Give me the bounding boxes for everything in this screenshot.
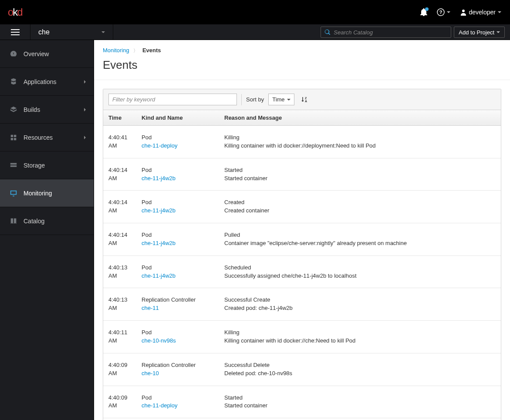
event-kind: Pod [142, 198, 219, 207]
event-resource-link[interactable]: che-11-j4w2b [142, 272, 219, 280]
event-kind: Pod [142, 134, 219, 142]
sidebar-item-builds[interactable]: Builds [0, 96, 94, 124]
event-resource-link[interactable]: che-11 [142, 304, 219, 312]
event-resource-link[interactable]: che-11-j4w2b [142, 207, 219, 215]
filter-input[interactable] [108, 94, 237, 105]
event-message: Deleted pod: che-10-nv98s [224, 370, 496, 378]
breadcrumb: Monitoring 〉 Events [94, 40, 510, 54]
project-name: che [38, 28, 50, 36]
event-time: 4:40:14 AM [103, 227, 142, 252]
catalog-search[interactable] [321, 27, 451, 38]
catalog-search-input[interactable] [334, 29, 447, 36]
event-reason: Started [224, 394, 496, 402]
applications-icon [10, 78, 17, 86]
sidebar: Overview Applications Builds Resources S… [0, 40, 94, 420]
event-message: Started container [224, 175, 496, 183]
dashboard-icon [10, 50, 17, 58]
breadcrumb-current: Events [142, 47, 161, 54]
sidebar-item-catalog[interactable]: Catalog [0, 207, 94, 235]
project-selector[interactable]: che [30, 24, 113, 40]
event-row: 4:40:09 AMPodche-11-deployCreatedCreated… [103, 418, 501, 420]
notification-indicator [425, 7, 429, 11]
event-kind: Replication Controller [142, 361, 219, 370]
chevron-right-icon [84, 80, 86, 84]
col-header-time: Time [103, 110, 142, 125]
event-row: 4:40:14 AMPodche-11-j4w2bCreatedCreated … [103, 191, 501, 223]
event-resource-link[interactable]: che-11-deploy [142, 142, 219, 150]
event-time: 4:40:13 AM [103, 292, 142, 317]
event-row: 4:40:09 AMPodche-11-deployStartedStarted… [103, 386, 501, 419]
username-label: developer [469, 9, 496, 16]
table-header: Time Kind and Name Reason and Message [103, 110, 501, 126]
chevron-right-icon: 〉 [133, 48, 138, 53]
storage-icon [10, 161, 17, 169]
sidebar-item-overview[interactable]: Overview [0, 40, 94, 68]
event-time: 4:40:41 AM [103, 129, 142, 155]
event-message: Created pod: che-11-j4w2b [224, 304, 496, 312]
event-message: Killing container with id docker://che:N… [224, 337, 496, 345]
monitor-icon [10, 189, 17, 197]
events-body: 4:40:41 AMPodche-11-deployKillingKilling… [103, 126, 501, 420]
event-row: 4:40:13 AMPodche-11-j4w2bScheduledSucces… [103, 256, 501, 289]
event-message: Successfully assigned che/che-11-j4w2b t… [224, 272, 496, 280]
event-kind: Pod [142, 231, 219, 239]
svg-text:Z: Z [305, 97, 307, 100]
event-row: 4:40:41 AMPodche-11-deployKillingKilling… [103, 126, 501, 158]
event-resource-link[interactable]: che-10-nv98s [142, 337, 219, 345]
event-reason: Successful Delete [224, 361, 496, 370]
event-row: 4:40:11 AMPodche-10-nv98sKillingKilling … [103, 321, 501, 353]
event-time: 4:40:14 AM [103, 162, 142, 187]
add-to-project-button[interactable]: Add to Project [454, 27, 505, 38]
event-message: Started container [224, 402, 496, 410]
event-resource-link[interactable]: che-11-j4w2b [142, 239, 219, 248]
masthead: okd ? developer [0, 0, 510, 24]
event-time: 4:40:13 AM [103, 259, 142, 285]
event-time: 4:40:14 AM [103, 194, 142, 219]
event-time: 4:40:09 AM [103, 357, 142, 382]
page-title: Events [94, 54, 510, 80]
breadcrumb-parent[interactable]: Monitoring [103, 47, 129, 54]
user-menu[interactable]: developer [460, 9, 502, 16]
event-message: Killing container with id docker://deplo… [224, 142, 496, 150]
builds-icon [10, 106, 17, 114]
svg-text:A: A [305, 100, 307, 103]
col-header-kind: Kind and Name [142, 110, 224, 125]
sort-by-label: Sort by [246, 96, 264, 103]
svg-text:?: ? [439, 10, 442, 15]
event-kind: Pod [142, 264, 219, 272]
event-resource-link[interactable]: che-11-j4w2b [142, 175, 219, 183]
sort-direction-button[interactable]: ZA [299, 94, 311, 105]
help-icon[interactable]: ? [437, 8, 450, 16]
sidebar-item-resources[interactable]: Resources [0, 124, 94, 151]
event-row: 4:40:13 AMReplication Controllerche-11Su… [103, 288, 501, 321]
event-reason: Scheduled [224, 264, 496, 272]
notifications-icon[interactable] [420, 8, 427, 16]
sidebar-item-applications[interactable]: Applications [0, 68, 94, 96]
event-reason: Pulled [224, 231, 496, 239]
events-toolbar: Sort by Time ZA [103, 89, 501, 110]
main-content: Monitoring 〉 Events Events Sort by Time … [94, 40, 510, 420]
event-reason: Started [224, 166, 496, 175]
event-kind: Pod [142, 166, 219, 175]
svg-point-2 [462, 10, 465, 12]
sidebar-item-storage[interactable]: Storage [0, 151, 94, 179]
event-row: 4:40:14 AMPodche-11-j4w2bPulledContainer… [103, 223, 501, 256]
col-header-reason: Reason and Message [224, 110, 501, 125]
event-reason: Successful Create [224, 296, 496, 304]
okd-logo[interactable]: okd [8, 6, 23, 18]
chevron-right-icon [84, 108, 86, 111]
event-message: Created container [224, 207, 496, 215]
event-row: 4:40:14 AMPodche-11-j4w2bStartedStarted … [103, 158, 501, 191]
event-reason: Created [224, 198, 496, 207]
event-kind: Pod [142, 329, 219, 337]
event-message: Container image "eclipse/che-server:nigh… [224, 239, 496, 248]
resources-icon [10, 134, 17, 141]
chevron-right-icon [84, 136, 86, 139]
sort-dropdown[interactable]: Time [268, 94, 294, 105]
event-resource-link[interactable]: che-11-deploy [142, 402, 219, 410]
event-reason: Killing [224, 329, 496, 337]
event-resource-link[interactable]: che-10 [142, 370, 219, 378]
sidebar-item-monitoring[interactable]: Monitoring [0, 179, 94, 207]
hamburger-menu[interactable] [0, 24, 30, 40]
project-bar: che Add to Project [0, 24, 510, 40]
